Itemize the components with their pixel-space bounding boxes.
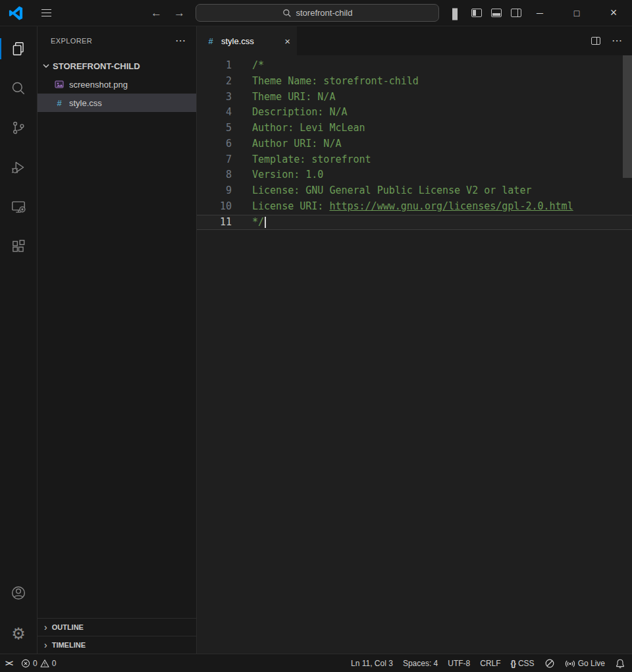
notifications-button[interactable] [615, 658, 625, 669]
cursor-position[interactable]: Ln 11, Col 3 [351, 659, 393, 668]
activity-extensions-button[interactable] [0, 227, 37, 266]
line-number: 3 [197, 90, 232, 105]
settings-button[interactable]: ⚙ [0, 614, 37, 654]
remote-indicator[interactable]: >< [5, 659, 13, 668]
customize-layout-icon[interactable] [452, 9, 462, 17]
extensions-icon [10, 238, 27, 255]
vscode-logo-icon [9, 6, 23, 20]
line-text[interactable]: License URI: https://www.gnu.org/license… [252, 199, 573, 215]
line-number: 7 [197, 152, 232, 168]
code-line: 7 Template: storefront [197, 152, 632, 168]
search-box[interactable]: storefront-child [196, 4, 439, 22]
line-text[interactable]: License: GNU General Public License V2 o… [252, 183, 531, 199]
editor-scrollbar[interactable] [623, 55, 632, 178]
toggle-primary-sidebar-icon[interactable] [471, 9, 482, 17]
code-line: 4 Description: N/A [197, 105, 632, 121]
language-status[interactable]: {} CSS [511, 659, 535, 668]
language-label: CSS [518, 659, 535, 668]
line-text[interactable]: Description: N/A [252, 105, 348, 121]
go-live-button[interactable]: Go Live [565, 658, 605, 669]
close-button[interactable]: × [595, 0, 632, 26]
search-icon [282, 9, 292, 18]
error-count: 0 [33, 659, 38, 668]
code-line: 10 License URI: https://www.gnu.org/lice… [197, 199, 632, 215]
root-folder-label: STOREFRONT-CHILD [53, 61, 140, 71]
toggle-secondary-sidebar-icon[interactable] [511, 9, 521, 17]
line-number: 8 [197, 167, 232, 183]
activity-bar: ⚙ [0, 26, 38, 654]
tab-style-css[interactable]: # style.css × [197, 26, 297, 55]
editor-group: # style.css × ⋯ 1 /* 2 Theme Name: store… [197, 26, 632, 654]
extension-status[interactable] [544, 658, 555, 669]
minimize-button[interactable]: ─ [521, 0, 558, 26]
toggle-panel-icon[interactable] [491, 9, 502, 17]
go-live-label: Go Live [578, 659, 605, 668]
activity-run-debug-button[interactable] [0, 148, 37, 187]
file-tree: STOREFRONT-CHILD screenshot.png # style.… [38, 55, 196, 618]
back-icon[interactable]: ← [151, 7, 162, 20]
vscode-window: ← → storefront-child ─ □ × [0, 0, 632, 672]
outline-section-header[interactable]: › OUTLINE [38, 618, 196, 636]
warning-count: 0 [52, 659, 57, 668]
account-button[interactable] [0, 573, 37, 613]
code-line: 5 Author: Levi McLean [197, 121, 632, 136]
activity-search-button[interactable] [0, 69, 37, 108]
chevron-right-icon: › [44, 640, 47, 650]
activity-remote-explorer-button[interactable] [0, 187, 37, 227]
file-name: style.css [69, 98, 102, 108]
search-icon [10, 80, 27, 97]
line-text[interactable]: Author URI: N/A [252, 136, 341, 152]
root-folder-row[interactable]: STOREFRONT-CHILD [38, 57, 196, 75]
split-editor-icon[interactable] [591, 37, 600, 45]
timeline-section-header[interactable]: › TIMELINE [38, 636, 196, 654]
line-number: 6 [197, 136, 232, 152]
search-value: storefront-child [296, 8, 353, 18]
gear-icon: ⚙ [11, 626, 26, 642]
maximize-button[interactable]: □ [558, 0, 595, 26]
forward-icon[interactable]: → [174, 7, 185, 20]
code-line: 2 Theme Name: storefront-child [197, 74, 632, 90]
file-name: screenshot.png [69, 80, 128, 90]
line-text[interactable]: Template: storefront [252, 152, 371, 168]
line-text[interactable]: */ [252, 215, 266, 231]
main-area: ⚙ EXPLORER ⋯ STOREFRONT-CHILD [0, 26, 632, 654]
text-cursor [265, 217, 266, 228]
gpl-license-link[interactable]: https://www.gnu.org/licenses/gpl-2.0.htm… [329, 200, 573, 212]
activity-source-control-button[interactable] [0, 108, 37, 148]
code-line-current: 11 */ [197, 215, 632, 231]
menu-icon[interactable] [39, 7, 54, 20]
line-number: 4 [197, 105, 232, 121]
tab-close-icon[interactable]: × [284, 36, 290, 46]
code-line: 8 Version: 1.0 [197, 167, 632, 183]
encoding-label: UTF-8 [448, 659, 470, 668]
tab-bar: # style.css × ⋯ [197, 26, 632, 55]
css-file-icon: # [54, 98, 65, 108]
activity-explorer-button[interactable] [0, 29, 37, 69]
run-debug-icon [10, 159, 27, 176]
indentation-label: Spaces: 4 [403, 659, 438, 668]
status-bar-right: Ln 11, Col 3 Spaces: 4 UTF-8 CRLF {} CSS [351, 658, 625, 669]
css-file-icon: # [205, 36, 216, 46]
eol-status[interactable]: CRLF [480, 659, 500, 668]
chevron-down-icon [41, 61, 51, 71]
encoding-status[interactable]: UTF-8 [448, 659, 470, 668]
indentation-status[interactable]: Spaces: 4 [403, 659, 438, 668]
file-row-screenshot-png[interactable]: screenshot.png [38, 75, 196, 94]
line-text[interactable]: Theme URI: N/A [252, 90, 335, 105]
remote-icon: >< [5, 659, 13, 668]
line-text[interactable]: Author: Levi McLean [252, 121, 365, 136]
warning-icon [40, 659, 49, 668]
line-text[interactable]: /* [252, 58, 264, 74]
explorer-sidebar: EXPLORER ⋯ STOREFRONT-CHILD screens [38, 26, 197, 654]
source-control-icon [10, 119, 27, 136]
code-editor[interactable]: 1 /* 2 Theme Name: storefront-child 3 Th… [197, 55, 632, 654]
line-text[interactable]: Theme Name: storefront-child [252, 74, 419, 90]
line-text-prefix: License URI: [252, 200, 329, 212]
line-text[interactable]: Version: 1.0 [252, 167, 323, 183]
title-bar-left: ← → [0, 0, 196, 26]
file-row-style-css[interactable]: # style.css [38, 94, 196, 112]
line-number: 9 [197, 183, 232, 199]
problems-status[interactable]: 0 0 [21, 659, 56, 668]
outline-label: OUTLINE [52, 623, 84, 631]
line-number: 2 [197, 74, 232, 90]
